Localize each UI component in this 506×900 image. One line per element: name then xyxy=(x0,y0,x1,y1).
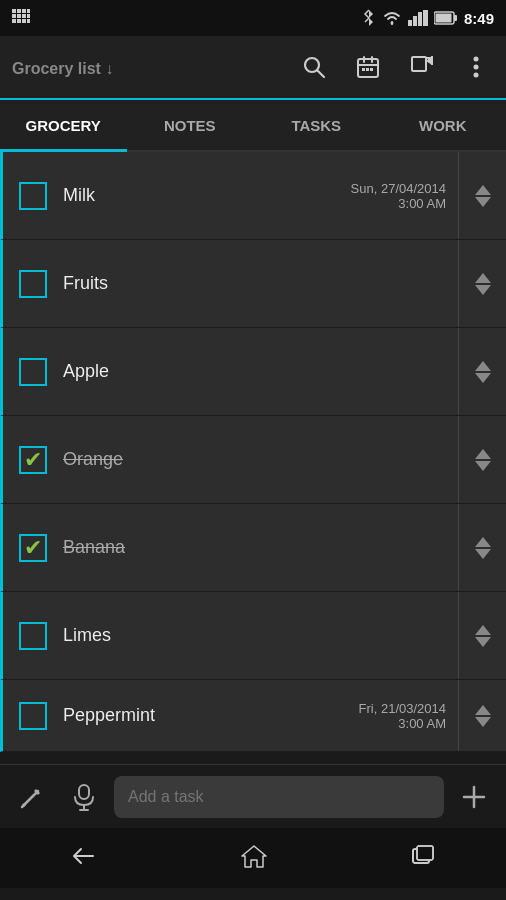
status-bar: 8:49 xyxy=(0,0,506,36)
back-arrow-icon xyxy=(71,844,97,868)
banana-name: Banana xyxy=(63,537,458,558)
home-button[interactable] xyxy=(240,843,268,874)
milk-checkbox-wrap[interactable] xyxy=(3,182,63,210)
tab-tasks[interactable]: Tasks xyxy=(253,102,380,152)
apple-reorder[interactable] xyxy=(458,328,506,415)
add-task-button[interactable] xyxy=(452,775,496,819)
list-item: Apple xyxy=(0,328,506,416)
peppermint-reorder-down-icon[interactable] xyxy=(475,717,491,727)
apple-reorder-up-icon[interactable] xyxy=(475,361,491,371)
checkmark-icon: ✔ xyxy=(24,449,42,471)
svg-rect-9 xyxy=(17,19,21,23)
orange-checkbox[interactable]: ✔ xyxy=(19,446,47,474)
svg-point-33 xyxy=(474,65,479,70)
orange-reorder[interactable] xyxy=(458,416,506,503)
banana-checkbox[interactable]: ✔ xyxy=(19,534,47,562)
svg-rect-15 xyxy=(418,12,422,26)
back-button[interactable] xyxy=(71,844,97,873)
banana-reorder-up-icon[interactable] xyxy=(475,537,491,547)
svg-rect-26 xyxy=(362,68,365,71)
milk-reorder-down-icon[interactable] xyxy=(475,197,491,207)
fruits-reorder-up-icon[interactable] xyxy=(475,273,491,283)
svg-rect-3 xyxy=(27,9,30,13)
svg-rect-28 xyxy=(370,68,373,71)
fruits-reorder[interactable] xyxy=(458,240,506,327)
list-item: Fruits xyxy=(0,240,506,328)
svg-rect-7 xyxy=(27,14,30,18)
status-time: 8:49 xyxy=(464,10,494,27)
peppermint-name: Peppermint xyxy=(63,705,359,726)
share-button[interactable] xyxy=(404,49,440,85)
apple-content: Apple xyxy=(63,361,458,382)
svg-rect-13 xyxy=(408,20,412,26)
limes-reorder-up-icon[interactable] xyxy=(475,625,491,635)
banana-content: Banana xyxy=(63,537,458,558)
tab-notes[interactable]: Notes xyxy=(127,102,254,152)
fruits-checkbox[interactable] xyxy=(19,270,47,298)
peppermint-reorder-up-icon[interactable] xyxy=(475,705,491,715)
peppermint-reorder[interactable] xyxy=(458,680,506,751)
tab-work[interactable]: Work xyxy=(380,102,507,152)
apple-checkbox[interactable] xyxy=(19,358,47,386)
peppermint-checkbox-wrap[interactable] xyxy=(3,702,63,730)
signal-icon xyxy=(408,10,428,26)
milk-content: Milk xyxy=(63,185,351,206)
svg-rect-36 xyxy=(79,785,89,799)
fruits-reorder-down-icon[interactable] xyxy=(475,285,491,295)
broom-button[interactable] xyxy=(10,775,54,819)
limes-reorder[interactable] xyxy=(458,592,506,679)
status-right: 8:49 xyxy=(362,9,494,27)
status-left xyxy=(12,9,30,27)
peppermint-checkbox[interactable] xyxy=(19,702,47,730)
apple-checkbox-wrap[interactable] xyxy=(3,358,63,386)
svg-rect-0 xyxy=(12,9,16,13)
limes-reorder-down-icon[interactable] xyxy=(475,637,491,647)
orange-checkbox-wrap[interactable]: ✔ xyxy=(3,446,63,474)
grid-icon xyxy=(12,9,30,27)
list-item: Limes xyxy=(0,592,506,680)
apple-name: Apple xyxy=(63,361,458,382)
nav-bar xyxy=(0,828,506,888)
milk-reorder[interactable] xyxy=(458,152,506,239)
milk-checkbox[interactable] xyxy=(19,182,47,210)
svg-rect-10 xyxy=(22,19,26,23)
orange-reorder-up-icon[interactable] xyxy=(475,449,491,459)
milk-reorder-up-icon[interactable] xyxy=(475,185,491,195)
calendar-button[interactable] xyxy=(350,49,386,85)
apple-reorder-down-icon[interactable] xyxy=(475,373,491,383)
fruits-checkbox-wrap[interactable] xyxy=(3,270,63,298)
svg-rect-1 xyxy=(17,9,21,13)
microphone-button[interactable] xyxy=(62,775,106,819)
fruits-content: Fruits xyxy=(63,273,458,294)
orange-reorder-down-icon[interactable] xyxy=(475,461,491,471)
svg-rect-29 xyxy=(412,57,426,71)
app-bar: Grocery list ↓ xyxy=(0,36,506,100)
svg-point-12 xyxy=(390,22,393,25)
banana-reorder-down-icon[interactable] xyxy=(475,549,491,559)
limes-content: Limes xyxy=(63,625,458,646)
more-button[interactable] xyxy=(458,49,494,85)
list-item: ✔ Orange xyxy=(0,416,506,504)
recent-apps-button[interactable] xyxy=(411,844,435,873)
limes-checkbox[interactable] xyxy=(19,622,47,650)
home-icon xyxy=(240,843,268,869)
tabs: Grocery Notes Tasks Work xyxy=(0,100,506,152)
fruits-name: Fruits xyxy=(63,273,458,294)
calendar-icon xyxy=(356,55,380,79)
search-button[interactable] xyxy=(296,49,332,85)
add-task-input[interactable] xyxy=(114,776,444,818)
limes-checkbox-wrap[interactable] xyxy=(3,622,63,650)
banana-reorder[interactable] xyxy=(458,504,506,591)
search-icon xyxy=(302,55,326,79)
banana-checkbox-wrap[interactable]: ✔ xyxy=(3,534,63,562)
list-item: Peppermint Fri, 21/03/2014 3:00 AM xyxy=(0,680,506,752)
orange-content: Orange xyxy=(63,449,458,470)
share-icon xyxy=(410,55,434,79)
svg-rect-2 xyxy=(22,9,26,13)
bottom-bar xyxy=(0,764,506,828)
plus-icon xyxy=(460,783,488,811)
tab-grocery[interactable]: Grocery xyxy=(0,102,127,152)
svg-point-32 xyxy=(474,57,479,62)
title-dropdown-arrow[interactable]: ↓ xyxy=(101,60,113,77)
svg-rect-6 xyxy=(22,14,26,18)
